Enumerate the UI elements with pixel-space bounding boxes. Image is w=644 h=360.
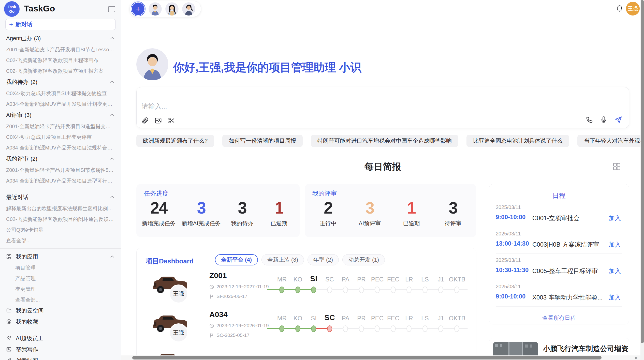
sidebar-section-header[interactable]: AI评审 (3)	[0, 109, 121, 121]
sidebar-section-header-recent[interactable]: 最近对话	[0, 191, 121, 203]
agent-avatar-2[interactable]	[165, 2, 179, 16]
view-all-schedule-link[interactable]: 查看所有日程	[489, 314, 629, 322]
chevron-up-icon	[110, 156, 115, 161]
new-chat-button[interactable]: + 新对话	[5, 19, 116, 30]
event-time: 9:00-10:00	[496, 293, 525, 300]
milestone-label: SI	[306, 274, 322, 283]
project-flag-date: SI-2025-05-17	[209, 294, 247, 299]
milestone-dot	[279, 287, 284, 293]
sidebar-section-header[interactable]: 我的评审 (2)	[0, 153, 121, 165]
milestone-label: OKTB	[449, 276, 465, 283]
vertical-scrollbar-thumb[interactable]	[641, 0, 644, 343]
recent-chat-item[interactable]: 解释最新出台的欧盟报废车法规再生塑料比例被调至15%...	[0, 203, 121, 214]
microphone-icon[interactable]	[600, 116, 608, 124]
agent-avatar-3[interactable]	[182, 2, 195, 16]
suggestion-chip[interactable]: 比亚迪全固态电池计划具体说了什么	[466, 135, 569, 147]
milestone-label: FEC	[385, 315, 401, 322]
sidebar-tool-write[interactable]: 帮我写作	[0, 344, 121, 355]
sidebar-cloud-folder[interactable]: 我的云空间	[0, 305, 121, 316]
milestone-label: J1	[433, 276, 449, 283]
dashboard-filter-pill[interactable]: 年型 (2)	[308, 254, 339, 265]
sidebar-task-item[interactable]: A034-全新新能源MUV产品开发项目法规符合性评审	[0, 142, 121, 153]
sidebar-section-header[interactable]: 我的待办 (2)	[0, 76, 121, 88]
clock-icon	[209, 284, 214, 289]
apps-view-all-link[interactable]: 查看全部...	[0, 294, 121, 305]
sidebar-task-item[interactable]: Z001-全新燃油轻卡产品开发项目SI造型提交物评审	[0, 121, 121, 132]
sidebar-tool-feather[interactable]: 创意制图	[0, 355, 121, 360]
horizontal-scrollbar-thumb[interactable]	[132, 356, 602, 359]
milestone-label: PA	[338, 276, 354, 283]
dashboard-filter-pill[interactable]: 全新平台 (4)	[215, 254, 258, 265]
sidebar-section-header[interactable]: Agent已办 (3)	[0, 33, 121, 44]
stat-label: 待评审	[438, 220, 468, 227]
recent-view-all-link[interactable]: 查看全部...	[0, 235, 121, 246]
app-item[interactable]: 项目管理	[0, 262, 121, 273]
project-owner-badge: 王强	[169, 323, 188, 342]
image-upload-icon[interactable]	[154, 117, 162, 124]
voice-call-icon[interactable]	[586, 116, 593, 124]
event-join-link[interactable]: 加入	[609, 214, 621, 222]
attachment-icon[interactable]	[141, 117, 149, 124]
sidebar-task-item[interactable]: C0X4-动力总成开发项目SI里程碑提交物检查	[0, 88, 121, 99]
project-row[interactable]: 王强 Z001 2023-12-19~2027-01-19 SI-2025-05…	[137, 270, 476, 310]
stat-value: 24	[142, 200, 175, 217]
stat-card: 我的评审 2 进行中 3 AI预评审 1 已逾期 3 待评审	[305, 184, 476, 237]
plus-icon: +	[9, 21, 13, 28]
stat-card-title: 任务进度	[144, 189, 168, 198]
user-avatar[interactable]: 王强	[626, 2, 640, 16]
suggestion-chip[interactable]: 欧洲新规最近颁布了什么?	[136, 135, 214, 147]
event-date: 2025/03/11	[496, 257, 521, 263]
milestone-label: LR	[401, 315, 417, 322]
screenshot-scissors-icon[interactable]	[168, 117, 175, 124]
agent-avatar-1[interactable]	[149, 2, 162, 16]
event-join-link[interactable]: 加入	[609, 293, 621, 302]
recent-chat-item[interactable]: C02-飞腾新能源轻客改款项目的闭环通告反馈情况	[0, 214, 121, 224]
suggestion-chip[interactable]: 特朗普可能对进口汽车增税会对中国车企造成哪些影响	[311, 135, 458, 147]
project-row[interactable]: 王强 A034 2023-12-19~2026-01-19 SC-2025-05…	[137, 309, 476, 349]
event-join-link[interactable]: 加入	[609, 241, 621, 249]
sidebar-task-item[interactable]: C02-飞腾新能源轻客改款项目里程碑画布	[0, 55, 121, 66]
schedule-event: 2025/03/11 13:00-14:30 C003|H0B-方案冻结评审 加…	[496, 227, 622, 254]
sidebar-task-item[interactable]: C02-飞腾新能源轻客改款项目立项汇报方案	[0, 66, 121, 76]
suggestion-chip[interactable]: 如何写一份清晰的项目周报	[222, 135, 303, 147]
layout-grid-icon[interactable]	[612, 162, 621, 171]
stat-value: 1	[264, 200, 294, 217]
chat-input[interactable]	[141, 101, 524, 115]
milestone-dot	[327, 287, 332, 293]
suggestion-chip[interactable]: 当下年轻人对汽车外观有怎样的喜好趋势	[577, 135, 644, 147]
add-agent-button[interactable]: +	[131, 2, 145, 16]
scroll-right-icon[interactable]: ▶	[635, 355, 638, 360]
sidebar-collapse-icon[interactable]	[108, 6, 115, 12]
logo-text-top: Task	[8, 5, 16, 9]
chevron-up-icon	[110, 80, 115, 85]
recent-chat-item[interactable]: 公司Q3轻卡销量	[0, 224, 121, 235]
event-name: C003|H0B-方案冻结评审	[532, 241, 599, 249]
suggestion-chips: 欧洲新规最近颁布了什么?如何写一份清晰的项目周报特朗普可能对进口汽车增税会对中国…	[136, 135, 644, 147]
stat-value: 3	[227, 200, 257, 217]
app-item[interactable]: 产品管理	[0, 273, 121, 284]
sidebar-my-apps[interactable]: 我的应用	[0, 251, 121, 262]
sidebar-task-item[interactable]: Z001-全新燃油轻卡产品开发项目SI节点属性5D文件评审	[0, 165, 121, 175]
horizontal-scrollbar-track[interactable]: ▶	[121, 355, 640, 360]
stat-item: 3 AI预评审	[355, 200, 385, 227]
sidebar-task-item[interactable]: C0X4-动力总成开发项目工程变更评审	[0, 132, 121, 142]
dashboard-filter-pill[interactable]: 动总开发 (1)	[342, 254, 385, 265]
notification-bell-icon[interactable]	[616, 5, 623, 13]
send-icon[interactable]	[614, 116, 622, 124]
project-dates: 2023-12-19~2027-01-19	[209, 284, 269, 290]
milestone-label: MR	[274, 276, 290, 283]
milestone-label: SC	[322, 276, 338, 283]
sidebar-task-item[interactable]: Z001-全新燃油皮卡产品开发项目SI节点Lesson Learn报告	[0, 44, 121, 55]
scroll-down-icon[interactable]: ▼	[616, 344, 622, 351]
sidebar-task-item[interactable]: A034-全新新能源MUV产品开发项目造型可行性评审	[0, 175, 121, 186]
app-item[interactable]: 变更管理	[0, 284, 121, 294]
chevron-up-icon	[110, 113, 115, 118]
event-join-link[interactable]: 加入	[609, 267, 621, 275]
sidebar-tool-ai-staff[interactable]: AI超级员工	[0, 333, 121, 344]
stat-item: 2 进行中	[313, 200, 343, 227]
sidebar-task-item[interactable]: A034-全新新能源MUV产品开发项目计划变更表编写	[0, 99, 121, 109]
vertical-scrollbar-track[interactable]	[640, 0, 644, 360]
stat-value: 3	[182, 200, 221, 217]
sidebar-star-badge[interactable]: 我的收藏	[0, 316, 121, 327]
dashboard-filter-pill[interactable]: 全新上装 (3)	[261, 254, 304, 265]
